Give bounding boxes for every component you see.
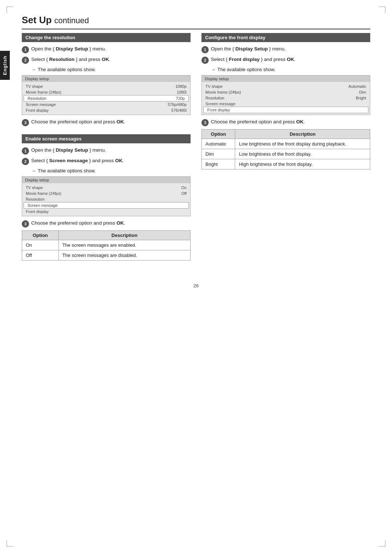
resolution-step3: 3 Choose the preferred option and press …: [22, 119, 191, 126]
resolution-step1: 1 Open the { Display Setup } menu.: [22, 46, 191, 53]
change-resolution-header: Change the resolution: [22, 33, 191, 42]
fdmenu-row-movieframe: Movie frame (24fps) Dim: [202, 89, 370, 95]
screenmsg-options-table: Option Description On The screen message…: [22, 230, 191, 261]
table-row: Bright High brightness of the front disp…: [202, 159, 370, 169]
language-tab: English: [0, 51, 10, 80]
menu-row-frontdisplay: Front display 576/480i: [22, 107, 190, 113]
step-num-2b: 2: [22, 158, 29, 165]
left-column: Change the resolution 1 Open the { Displ…: [22, 33, 191, 269]
step-num-2: 2: [22, 57, 29, 64]
corner-mark-tl: [7, 7, 13, 13]
frontdisplay-step2: 2 Select { Front display } and press OK.: [201, 56, 370, 64]
screenmsg-menu-box: Display setup TV shape On Movie frame (2…: [22, 176, 191, 216]
smenu-row-resolution: Resolution: [22, 196, 190, 202]
corner-mark-tr: [379, 7, 385, 13]
fdmenu-row-frontdisplay: Front display: [203, 107, 368, 113]
menu-row-movieframe: Movie frame (24fps) 1080i: [22, 89, 190, 95]
frontdisplay-options-table: Option Description Automatic Low brightn…: [201, 129, 370, 169]
resolution-arrow: → The available options show.: [31, 67, 191, 72]
menu-row-screenmsg: Screen message 576p/480p: [22, 102, 190, 107]
screenmsg-arrow: → The available options show.: [31, 168, 191, 173]
right-column: Configure the front display 1 Open the {…: [201, 33, 370, 269]
fd-option-col-header: Option: [202, 130, 235, 139]
frontdisplay-step1: 1 Open the { Display Setup } menu.: [201, 46, 370, 53]
description-col-header: Description: [58, 231, 190, 240]
fdmenu-row-screenmsg: Screen message: [202, 101, 370, 107]
screenmsg-step1: 1 Open the { Display Setup } menu.: [22, 147, 191, 155]
frontdisplay-arrow: → The available options show.: [211, 67, 370, 72]
page-number: 26: [22, 283, 370, 288]
resolution-menu-box: Display setup TV shape 1080p Movie frame…: [22, 75, 191, 115]
enable-screen-messages-header: Enable screen messages: [22, 134, 191, 143]
frontdisplay-step3: 3 Choose the preferred option and press …: [201, 119, 370, 126]
smenu-row-movieframe: Movie frame (24fps) Off: [22, 191, 190, 196]
step-num-2c: 2: [201, 57, 209, 64]
menu-row-resolution: Resolution 720p: [24, 95, 189, 102]
step-num-3b: 3: [22, 220, 29, 228]
smenu-row-tvshape: TV shape On: [22, 185, 190, 191]
step-num-3c: 3: [201, 119, 209, 126]
frontdisplay-menu-box: Display setup TV shape Automatic Movie f…: [201, 75, 370, 115]
change-resolution-section: Change the resolution 1 Open the { Displ…: [22, 33, 191, 126]
screenmsg-step2: 2 Select { Screen message } and press OK…: [22, 157, 191, 165]
screenmsg-step3: 3 Choose the preferred option and press …: [22, 220, 191, 228]
smenu-row-screenmsg: Screen message: [24, 202, 189, 209]
fd-description-col-header: Description: [235, 130, 370, 139]
smenu-row-frontdisplay: Front display: [22, 209, 190, 214]
fdmenu-row-resolution: Resolution Bright: [202, 95, 370, 101]
step-num-3: 3: [22, 119, 29, 126]
step-num-1c: 1: [201, 46, 209, 53]
configure-front-display-section: Configure the front display 1 Open the {…: [201, 33, 370, 169]
table-row: On The screen messages are enabled.: [22, 240, 191, 250]
step-num-1b: 1: [22, 147, 29, 155]
page-title: Set Up continued: [22, 15, 370, 29]
table-row: Off The screen messages are disabled.: [22, 250, 191, 261]
corner-mark-br: [379, 540, 385, 546]
table-row: Automatic Low brightness of the front di…: [202, 139, 370, 149]
option-col-header: Option: [22, 231, 59, 240]
step-num-1: 1: [22, 46, 29, 53]
resolution-step2: 2 Select { Resolution } and press OK.: [22, 56, 191, 64]
menu-row-tvshape: TV shape 1080p: [22, 83, 190, 89]
configure-front-display-header: Configure the front display: [201, 33, 370, 42]
fdmenu-row-tvshape: TV shape Automatic: [202, 83, 370, 89]
corner-mark-bl: [7, 540, 13, 546]
table-row: Dim Low brightness of the front display.: [202, 149, 370, 159]
enable-screen-messages-section: Enable screen messages 1 Open the { Disp…: [22, 134, 191, 261]
